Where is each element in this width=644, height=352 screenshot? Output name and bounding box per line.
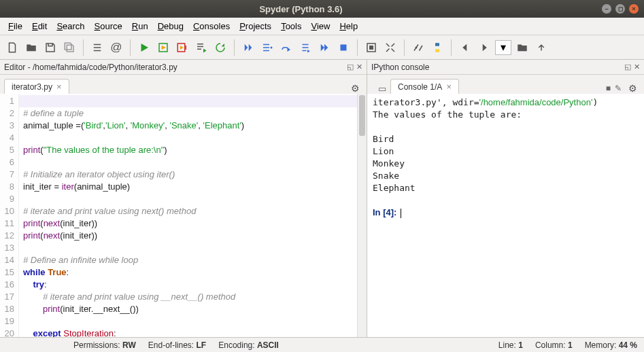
maximize-pane-icon[interactable] xyxy=(363,39,379,56)
editor-pane: Editor - /home/fahmida/code/Python/itera… xyxy=(0,60,367,337)
console-tab[interactable]: Console 1/A × xyxy=(390,79,459,94)
menu-projects[interactable]: Projects xyxy=(235,20,275,33)
console-tab-label: Console 1/A xyxy=(398,82,442,92)
code-editor[interactable]: 12345678910111213141516171819202122 # de… xyxy=(0,94,367,337)
menu-search[interactable]: Search xyxy=(52,20,88,33)
menu-run[interactable]: Run xyxy=(128,20,152,33)
status-eol: End-of-lines: LF xyxy=(148,340,206,350)
main-toolbar: @ ▾ xyxy=(0,35,644,60)
editor-tab-options-icon[interactable]: ⚙ xyxy=(348,83,362,94)
status-bar: Permissions: RW End-of-lines: LF Encodin… xyxy=(0,337,644,352)
editor-scrollbar[interactable] xyxy=(357,94,367,337)
run-icon[interactable] xyxy=(136,39,152,56)
menu-file[interactable]: File xyxy=(4,20,27,33)
run-cell-advance-icon[interactable] xyxy=(174,39,190,56)
window-title: Spyder (Python 3.6) xyxy=(0,4,602,14)
menu-debug[interactable]: Debug xyxy=(154,20,188,33)
debug-step-icon[interactable] xyxy=(240,39,256,56)
status-column: Column: 1 xyxy=(535,340,573,350)
save-icon[interactable] xyxy=(42,39,58,56)
pane-close-icon[interactable]: ✕ xyxy=(356,63,362,71)
preferences-icon[interactable] xyxy=(410,39,426,56)
parent-dir-icon[interactable] xyxy=(533,39,549,56)
svg-rect-3 xyxy=(341,44,347,50)
status-permissions: Permissions: RW xyxy=(73,340,136,350)
debug-stop-icon[interactable] xyxy=(335,39,352,56)
fullscreen-icon[interactable] xyxy=(382,39,399,56)
menu-edit[interactable]: Edit xyxy=(28,20,51,33)
close-tab-icon[interactable]: × xyxy=(56,82,62,92)
svg-point-2 xyxy=(271,46,273,48)
status-line: Line: 1 xyxy=(498,340,523,350)
python-icon[interactable] xyxy=(429,39,445,56)
debug-into-icon[interactable] xyxy=(259,39,275,56)
new-file-icon[interactable] xyxy=(4,39,20,56)
window-maximize-button[interactable]: ◻ xyxy=(615,4,625,14)
cwd-dropdown[interactable]: ▾ xyxy=(495,40,511,55)
back-icon[interactable] xyxy=(457,39,473,56)
close-tab-icon[interactable]: × xyxy=(446,82,452,92)
browse-dir-icon[interactable] xyxy=(514,39,530,56)
menu-bar: FileEditSearchSourceRunDebugConsolesProj… xyxy=(0,18,644,35)
run-cell-icon[interactable] xyxy=(155,39,171,56)
window-titlebar: Spyder (Python 3.6) – ◻ × xyxy=(0,0,644,18)
menu-tools[interactable]: Tools xyxy=(277,20,305,33)
pane-close-icon[interactable]: ✕ xyxy=(634,63,640,71)
console-output[interactable]: iterator3.py', wdir='/home/fahmida/code/… xyxy=(367,94,644,337)
pane-options-icon[interactable]: ◱ xyxy=(624,63,631,71)
status-encoding: Encoding: ASCII xyxy=(218,340,279,350)
status-memory: Memory: 44 % xyxy=(585,340,637,350)
pane-options-icon[interactable]: ◱ xyxy=(347,63,354,71)
console-pane: IPython console ◱✕ ▭ Console 1/A × ■ ✎ ⚙… xyxy=(367,60,644,337)
editor-tab-label: iterator3.py xyxy=(12,82,52,92)
menu-view[interactable]: View xyxy=(307,20,334,33)
at-icon[interactable]: @ xyxy=(108,39,124,56)
console-stop-icon[interactable]: ■ xyxy=(606,84,611,93)
forward-icon[interactable] xyxy=(476,39,492,56)
debug-over-icon[interactable] xyxy=(278,39,294,56)
svg-point-5 xyxy=(416,46,418,48)
rerun-icon[interactable] xyxy=(212,39,228,56)
browse-tabs-icon[interactable]: ▭ xyxy=(375,84,389,94)
run-selection-icon[interactable] xyxy=(193,39,209,56)
save-all-icon[interactable] xyxy=(61,39,78,56)
window-minimize-button[interactable]: – xyxy=(602,4,611,14)
line-gutter: 12345678910111213141516171819202122 xyxy=(0,94,19,337)
console-pane-title: IPython console xyxy=(371,63,624,72)
open-file-icon[interactable] xyxy=(23,39,39,56)
debug-out-icon[interactable] xyxy=(297,39,313,56)
console-edit-icon[interactable]: ✎ xyxy=(615,84,622,93)
menu-help[interactable]: Help xyxy=(335,20,362,33)
editor-pane-title: Editor - /home/fahmida/code/Python/itera… xyxy=(4,63,347,72)
window-close-button[interactable]: × xyxy=(629,4,639,14)
menu-source[interactable]: Source xyxy=(90,20,126,33)
console-options-icon[interactable]: ⚙ xyxy=(626,83,640,94)
editor-tab[interactable]: iterator3.py × xyxy=(4,79,69,94)
list-icon[interactable] xyxy=(89,39,105,56)
menu-consoles[interactable]: Consoles xyxy=(189,20,234,33)
debug-continue-icon[interactable] xyxy=(316,39,333,56)
